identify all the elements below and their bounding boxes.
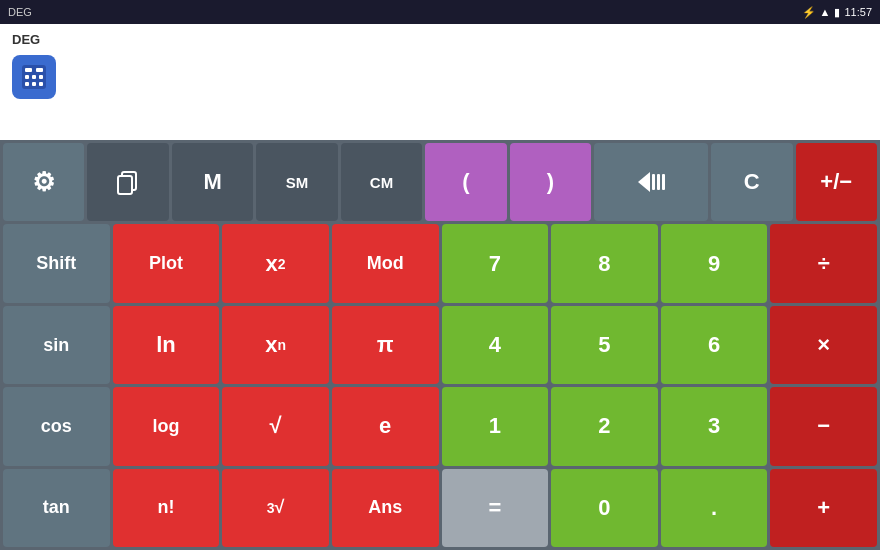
add-button[interactable]: + — [770, 469, 877, 547]
6-button[interactable]: 6 — [661, 306, 768, 384]
calculator-grid: ⚙ M SM CM ( ) C +/− Shift Pl — [0, 140, 880, 550]
7-button[interactable]: 7 — [442, 224, 549, 302]
deg-label: DEG — [12, 32, 868, 47]
deg-status: DEG — [8, 6, 32, 18]
pi-button[interactable]: π — [332, 306, 439, 384]
sm-button[interactable]: SM — [256, 143, 337, 221]
bluetooth-icon: ⚡ — [802, 6, 816, 19]
calc-row-5: tan n! 3√ Ans = 0 . + — [3, 469, 877, 547]
1-button[interactable]: 1 — [442, 387, 549, 465]
dot-button[interactable]: . — [661, 469, 768, 547]
ln-button[interactable]: ln — [113, 306, 220, 384]
svg-rect-2 — [36, 68, 43, 72]
settings-button[interactable]: ⚙ — [3, 143, 84, 221]
svg-rect-8 — [39, 82, 43, 86]
cos-button[interactable]: cos — [3, 387, 110, 465]
xn-button[interactable]: xn — [222, 306, 329, 384]
clear-button[interactable]: C — [711, 143, 792, 221]
8-button[interactable]: 8 — [551, 224, 658, 302]
mod-button[interactable]: Mod — [332, 224, 439, 302]
calc-row-4: cos log √ e 1 2 3 − — [3, 387, 877, 465]
cbrt-button[interactable]: 3√ — [222, 469, 329, 547]
ans-button[interactable]: Ans — [332, 469, 439, 547]
subtract-button[interactable]: − — [770, 387, 877, 465]
svg-rect-6 — [25, 82, 29, 86]
tan-button[interactable]: tan — [3, 469, 110, 547]
divide-button[interactable]: ÷ — [770, 224, 877, 302]
0-button[interactable]: 0 — [551, 469, 658, 547]
plusminus-button[interactable]: +/− — [796, 143, 877, 221]
multiply-button[interactable]: × — [770, 306, 877, 384]
5-button[interactable]: 5 — [551, 306, 658, 384]
cm-button[interactable]: CM — [341, 143, 422, 221]
x-squared-button[interactable]: x2 — [222, 224, 329, 302]
paren-open-button[interactable]: ( — [425, 143, 506, 221]
battery-icon: ▮ — [834, 6, 840, 19]
m-button[interactable]: M — [172, 143, 253, 221]
paren-close-button[interactable]: ) — [510, 143, 591, 221]
equals-button[interactable]: = — [442, 469, 549, 547]
9-button[interactable]: 9 — [661, 224, 768, 302]
status-bar: DEG ⚡ ▲ ▮ 11:57 — [0, 0, 880, 24]
e-button[interactable]: e — [332, 387, 439, 465]
svg-rect-3 — [25, 75, 29, 79]
calc-row-1: ⚙ M SM CM ( ) C +/− — [3, 143, 877, 221]
sin-button[interactable]: sin — [3, 306, 110, 384]
app-icon — [12, 55, 56, 99]
plot-button[interactable]: Plot — [113, 224, 220, 302]
backspace-arrow — [638, 172, 665, 192]
4-button[interactable]: 4 — [442, 306, 549, 384]
2-button[interactable]: 2 — [551, 387, 658, 465]
shift-button[interactable]: Shift — [3, 224, 110, 302]
calc-row-2: Shift Plot x2 Mod 7 8 9 ÷ — [3, 224, 877, 302]
factorial-button[interactable]: n! — [113, 469, 220, 547]
log-button[interactable]: log — [113, 387, 220, 465]
svg-rect-5 — [39, 75, 43, 79]
copy-button[interactable] — [87, 143, 168, 221]
3-button[interactable]: 3 — [661, 387, 768, 465]
time-display: 11:57 — [844, 6, 872, 18]
calc-row-3: sin ln xn π 4 5 6 × — [3, 306, 877, 384]
svg-rect-7 — [32, 82, 36, 86]
wifi-icon: ▲ — [820, 6, 831, 18]
svg-rect-4 — [32, 75, 36, 79]
svg-rect-10 — [118, 176, 132, 194]
backspace-button[interactable] — [594, 143, 708, 221]
svg-rect-1 — [25, 68, 32, 72]
display-area: DEG — [0, 24, 880, 140]
sqrt-button[interactable]: √ — [222, 387, 329, 465]
